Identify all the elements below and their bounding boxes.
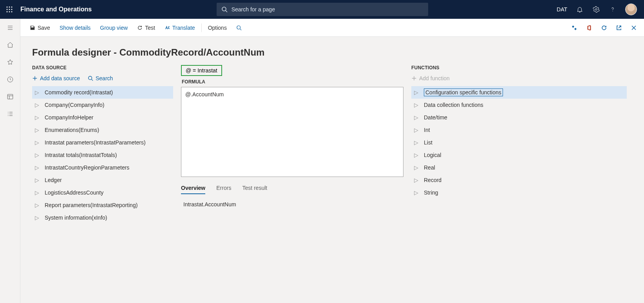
datasource-item[interactable]: ▷Commodity record(Intrastat) [32,86,173,99]
translate-icon [165,25,170,31]
user-avatar[interactable] [625,4,637,15]
waffle-icon [6,6,13,13]
svg-line-10 [226,11,227,12]
functions-tree: ▷Configuration specific functions▷Data c… [411,86,627,199]
chevron-right-icon: ▷ [34,139,39,146]
nav-recent[interactable] [7,76,14,85]
tab-errors[interactable]: Errors [216,185,231,194]
settings-button[interactable] [588,0,604,19]
datasource-item[interactable]: ▷IntrastatCountryRegionParameters [32,161,173,174]
chevron-right-icon: ▷ [414,102,418,108]
home-icon [7,41,14,49]
datasource-item[interactable]: ▷Report parameters(IntrastatReporting) [32,199,173,211]
bell-icon [576,6,583,13]
help-button[interactable] [605,0,620,19]
formula-input[interactable] [181,87,403,177]
nav-collapse-button[interactable] [7,24,14,33]
nav-workspaces[interactable] [7,93,14,102]
global-search[interactable]: Search for a page [217,3,428,16]
svg-point-12 [612,11,613,11]
datasource-item[interactable]: ▷Ledger [32,174,173,186]
test-button[interactable]: Test [132,19,160,36]
popout-button[interactable] [612,19,626,37]
datasource-item[interactable]: ▷LogisticsAddressCounty [32,186,173,199]
svg-line-33 [92,79,93,81]
datasource-tree: ▷Commodity record(Intrastat)▷Company(Com… [32,86,173,224]
function-category[interactable]: ▷Configuration specific functions [411,86,627,99]
datasource-item-label: Intrastat totals(IntrastatTotals) [45,152,117,158]
close-button[interactable] [627,19,641,37]
datasource-item-label: Enumerations(Enums) [45,127,99,133]
datasource-item[interactable]: ▷Enumerations(Enums) [32,124,173,136]
page-search-button[interactable] [232,19,246,36]
chevron-right-icon: ▷ [34,102,39,108]
chevron-right-icon: ▷ [34,189,39,196]
star-icon [7,59,14,66]
save-button[interactable]: Save [25,19,55,36]
function-category[interactable]: ▷Date/time [411,111,627,124]
top-navbar: Finance and Operations Search for a page… [0,0,644,19]
dynamics-connector-button[interactable] [567,19,581,37]
group-view-button[interactable]: Group view [95,19,132,36]
options-button[interactable]: Options [203,19,232,36]
translate-label: Translate [172,25,195,31]
svg-point-6 [7,11,8,13]
function-category[interactable]: ▷List [411,136,627,149]
function-category[interactable]: ▷String [411,186,627,199]
popout-icon [616,25,622,31]
formula-heading: FORMULA [182,79,403,85]
datasource-item[interactable]: ▷Intrastat totals(IntrastatTotals) [32,149,173,161]
tab-test-result[interactable]: Test result [242,185,267,194]
function-category-label: String [424,189,438,196]
chevron-right-icon: ▷ [34,89,39,96]
function-category-label: Date/time [424,114,447,121]
function-category-label: Record [424,177,441,183]
workspace-icon [7,93,14,100]
overview-text: Intrastat.AccountNum [181,201,403,207]
function-category-label: Real [424,164,435,171]
app-launcher-button[interactable] [0,6,19,13]
function-category-label: Logical [424,152,441,158]
nav-modules[interactable] [7,110,14,119]
svg-point-5 [11,9,13,10]
formula-tabs: Overview Errors Test result [181,185,403,194]
tab-overview[interactable]: Overview [181,185,205,194]
nav-home[interactable] [7,41,14,50]
office-button[interactable] [582,19,596,37]
question-icon [609,6,616,13]
datasource-item-label: Intrastat parameters(IntrastatParameters… [45,139,146,146]
datasource-item[interactable]: ▷CompanyInfoHelper [32,111,173,124]
search-datasource-button[interactable]: Search [88,75,113,81]
svg-point-4 [9,9,10,10]
function-category[interactable]: ▷Real [411,161,627,174]
function-category[interactable]: ▷Data collection functions [411,99,627,111]
close-icon [631,25,637,31]
datasource-item[interactable]: ▷Company(CompanyInfo) [32,99,173,111]
save-label: Save [38,25,50,31]
chevron-right-icon: ▷ [34,152,39,158]
function-category[interactable]: ▷Int [411,124,627,136]
function-category[interactable]: ▷Record [411,174,627,186]
notifications-button[interactable] [572,0,588,19]
search-placeholder: Search for a page [232,6,275,13]
chevron-right-icon: ▷ [414,189,418,196]
refresh-page-button[interactable] [597,19,611,37]
plus-icon [32,76,38,81]
function-category-label: List [424,139,432,146]
datasource-item[interactable]: ▷System information(xInfo) [32,211,173,224]
brand-title: Finance and Operations [20,6,92,13]
datasource-item[interactable]: ▷Intrastat parameters(IntrastatParameter… [32,136,173,149]
translate-button[interactable]: Translate [160,19,200,36]
add-function-button[interactable]: Add function [411,75,450,81]
function-category[interactable]: ▷Logical [411,149,627,161]
chevron-right-icon: ▷ [34,215,39,221]
nav-favorites[interactable] [7,59,14,67]
refresh-icon [601,25,607,31]
function-category-label: Int [424,127,430,133]
chevron-right-icon: ▷ [414,127,418,133]
legal-entity-picker[interactable]: DAT [553,6,571,13]
add-datasource-button[interactable]: Add data source [32,75,80,81]
show-details-button[interactable]: Show details [55,19,95,36]
refresh-icon [137,25,143,31]
datasource-item-label: CompanyInfoHelper [45,114,94,121]
